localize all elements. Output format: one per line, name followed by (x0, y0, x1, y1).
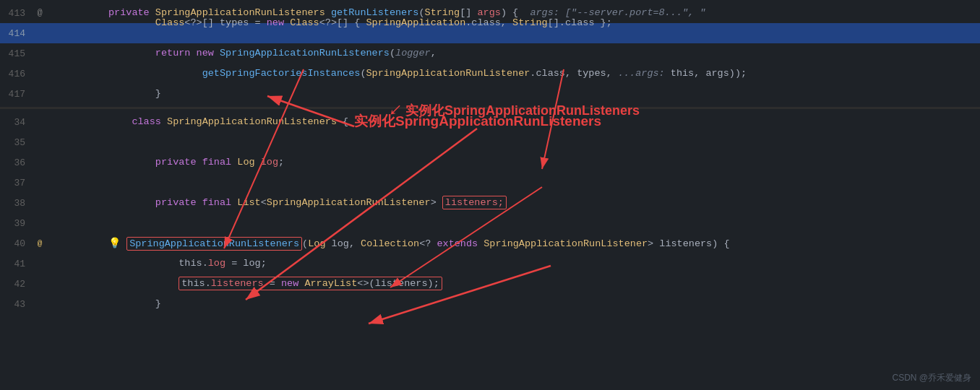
code-line-38: 38 private final List<SpringApplicationR… (0, 193, 980, 213)
line-num-41: 41 (0, 259, 33, 269)
line-num-413: 413 (0, 8, 33, 19)
line-content-43: } (47, 274, 980, 334)
gutter-40: @ (33, 239, 47, 248)
line-num-414: 414 (0, 28, 33, 39)
code-line-34: 34 class SpringApplicationRunListeners { (0, 112, 980, 132)
line-num-37: 37 (0, 178, 33, 188)
bottom-code-panel: 34 class SpringApplicationRunListeners {… (0, 109, 980, 390)
line-num-36: 36 (0, 157, 33, 168)
line-num-43: 43 (0, 299, 33, 310)
line-num-39: 39 (0, 218, 33, 229)
gutter-413: @ (33, 8, 47, 18)
line-num-40: 40 (0, 238, 33, 249)
line-num-34: 34 (0, 117, 33, 128)
watermark: CSDN @乔禾爱健身 (892, 372, 971, 384)
code-line-43: 43 } (0, 294, 980, 314)
line-num-415: 415 (0, 48, 33, 59)
line-num-38: 38 (0, 198, 33, 209)
line-num-416: 416 (0, 69, 33, 79)
line-num-35: 35 (0, 137, 33, 148)
line-num-42: 42 (0, 279, 33, 290)
main-container: 413 @ private SpringApplicationRunListen… (0, 0, 980, 390)
red-box-listeners-field: listeners; (442, 196, 507, 209)
line-num-417: 417 (0, 89, 33, 100)
code-line-36: 36 private final Log log; (0, 152, 980, 173)
